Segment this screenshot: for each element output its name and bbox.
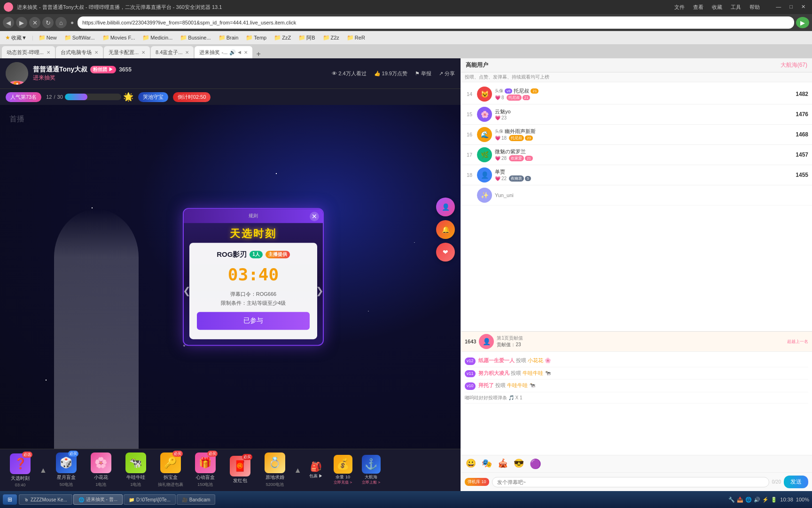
tab-bluebox-close[interactable]: ✕ [185,50,189,55]
gift-item-tianxuan[interactable]: ❓ 必选 天选时刻 03:40 [4,452,37,489]
bookmark-separator: | [32,35,33,40]
taskbar-app-mouse[interactable]: 🖱 ZZZZMouse Ke... [19,494,72,505]
crying-pool-btn[interactable]: 哭池守宝 [138,92,168,102]
gift-item-heartbox[interactable]: 🎁 必买 心动盲盒 150电池 [189,451,222,490]
tab-lottery-close[interactable]: ✕ [244,50,248,55]
ship-btn[interactable]: ⚓ 大航海 立即上船 > [358,453,384,487]
bookmark-movies[interactable]: 📁 Movies F... [100,33,138,42]
rank-avatar-14: 😺 [477,87,492,102]
forward-btn[interactable]: ▶ [16,17,27,28]
taskbar-icon-3: 🌐 [745,497,752,503]
emoji-face-1[interactable]: 😎 [513,457,525,470]
video-container: 首播 规则 ✕ 天选时刻 ❮ ROG影刃 1人 [0,105,461,449]
join-lottery-btn[interactable]: 已参与 [197,312,310,330]
gift-expand-right[interactable]: ▲ [293,466,303,475]
floating-avatar[interactable]: 👤 [436,198,455,216]
stop-btn[interactable]: ✕ [29,17,40,28]
bookmark-new[interactable]: 📁 New [36,33,59,42]
bookmark-zzz[interactable]: 📁 ZzZ [272,33,293,42]
tab-desktop[interactable]: 台式电脑专场 ✕ [56,46,103,58]
gift-item-flower[interactable]: 🌸 小花花 1电池 [85,451,117,490]
emoji-face-2[interactable]: 🟣 [529,457,542,470]
refresh-btn[interactable]: ↻ [42,17,54,28]
minimize-btn[interactable]: — [773,3,784,12]
bag-btn[interactable]: 🎒 包裹 ▶ [304,459,328,481]
bookmark-temp[interactable]: 📁 Temp [243,33,269,42]
taskbar-app-bandicam[interactable]: 🎥 Bandicam [177,494,215,505]
tab-nocard[interactable]: 无显卡配置... ✕ [104,46,150,58]
menu-favorites[interactable]: 收藏 [709,3,725,12]
home-btn[interactable]: ⌂ [55,17,67,28]
tab-home[interactable]: 动态首页-哔哩... ✕ [2,46,55,58]
bookmark-business[interactable]: 📁 Bussine... [178,33,213,42]
chat-emoji-1: 🌸 [545,357,551,363]
close-btn[interactable]: ✕ [798,3,808,12]
my-rank-avatar: 👤 [479,334,494,349]
send-btn[interactable]: 发送 [784,476,808,488]
gift-item-chest[interactable]: 🔑 必买 拆宝盒 抽礼物进包裹 [154,451,187,490]
progress-icon: 🌟 [123,92,133,102]
gift-icon-flower: 🌸 [91,452,111,473]
tab-home-close[interactable]: ✕ [47,50,50,55]
back-btn[interactable]: ◀ [3,17,14,28]
bookmark-brain[interactable]: 📁 Brain [216,33,241,42]
gift-item-starbox[interactable]: 🎲 必买 星月盲盒 50电池 [50,451,83,490]
menu-view[interactable]: 查看 [690,3,706,12]
gift-price-starbox: 50电池 [60,482,73,488]
tab-bluebox[interactable]: 8.4蓝盒子... ✕ [151,46,194,58]
chat-input-area: 弹机库 10 0/20 发送 [461,472,812,491]
menu-help[interactable]: 帮助 [747,3,763,12]
go-btn[interactable]: ▶ [796,17,809,28]
progress-separator: / [54,94,55,100]
maximize-btn[interactable]: □ [787,3,796,12]
recharge-btn[interactable]: 💰 余量 10 立即充值 > [330,453,356,487]
bookmark-z2z[interactable]: 📁 Z2z [320,33,342,42]
stat-report[interactable]: ⚑ 举报 [415,70,431,77]
floating-heart[interactable]: ❤ [436,243,455,262]
menu-tools[interactable]: 工具 [728,3,744,12]
new-tab-btn[interactable]: + [253,50,263,58]
emoji-btn-3[interactable]: 🎪 [497,457,509,470]
follow-btn[interactable]: 进来抽奖 [33,74,327,82]
stat-share[interactable]: ↗ 分享 [439,70,455,77]
bookmark-rer[interactable]: 📁 ReR [344,33,367,42]
fans-badge[interactable]: 粉丝团 ▶ [90,66,116,73]
gift-item-cow[interactable]: 🐄 牛哇牛哇 1电池 [119,451,152,490]
machine-badge[interactable]: 弹机库 10 [465,478,489,486]
lottery-timer: 03:40 [197,265,310,284]
gift-item-proposal[interactable]: 💍 原地求婚 5200电池 [258,451,291,490]
lottery-body: ROG影刃 1人 主播提供 03:40 弹幕口令：ROG666 限制条件：主站等… [189,243,317,340]
bookmark-ab[interactable]: 📁 阿B [296,33,317,42]
bookmark-software[interactable]: 📁 SoftWar... [62,33,97,42]
streamer-avatar: ★ [6,62,28,85]
start-btn[interactable]: ⊞ [3,494,17,505]
tab-desktop-close[interactable]: ✕ [94,50,98,55]
emoji-btn-1[interactable]: 😀 [465,457,477,470]
menu-file[interactable]: 文件 [671,3,687,12]
emoji-btn-2[interactable]: 🎭 [481,457,493,470]
gift-item-redpacket[interactable]: 🧧 必买 发红包 [224,454,257,487]
taskbar-app-folder[interactable]: 📁 D:\0Temp\[0Te... [124,494,176,505]
main-layout: ★ 普普通通Tony大叔 粉丝团 ▶ 3655 进来抽奖 👁 2.4万人看过 👍 [0,58,812,491]
lottery-rule-label[interactable]: 规则 [249,213,258,218]
chat-input-field[interactable] [492,477,769,487]
ranking-badge[interactable]: 人气第73名 [6,92,41,102]
tab-lottery[interactable]: 进来抽奖 -... 🔊 ◀ ✕ [195,46,252,58]
bookmark-favorites[interactable]: ★ 收藏▼ [3,33,29,42]
bookmark-medicine[interactable]: 📁 Medicin... [140,33,175,42]
tab-pin-icon: ◀ [238,50,241,55]
floating-follow[interactable]: 🔔 [436,220,455,239]
tabs-bar: 动态首页-哔哩... ✕ 台式电脑专场 ✕ 无显卡配置... ✕ 8.4蓝盒子.… [0,44,812,58]
user-count[interactable]: 大航海(67) [781,61,807,69]
fans-count: 3655 [119,66,132,73]
gift-expand-left[interactable]: ▲ [39,466,48,475]
tab-nocard-close[interactable]: ✕ [141,50,145,55]
lottery-close-btn[interactable]: ✕ [310,212,319,221]
report-icon: ⚑ [415,71,420,77]
lottery-arrow-right[interactable]: ❯ [316,286,324,297]
chat-system-text: 嘟呜哇好好投喂弹条 🎵 X 1 [465,395,523,400]
browser-titlebar: 进来抽奖 - 普普通通Tony大叔 - 哔哩哔哩直播，二次元弹幕直播平台 - 3… [0,0,812,14]
taskbar-app-bilibili[interactable]: 🌐 进来抽奖 - 普... [73,494,123,505]
address-bar[interactable] [78,16,794,29]
lottery-arrow-left[interactable]: ❮ [183,286,191,297]
